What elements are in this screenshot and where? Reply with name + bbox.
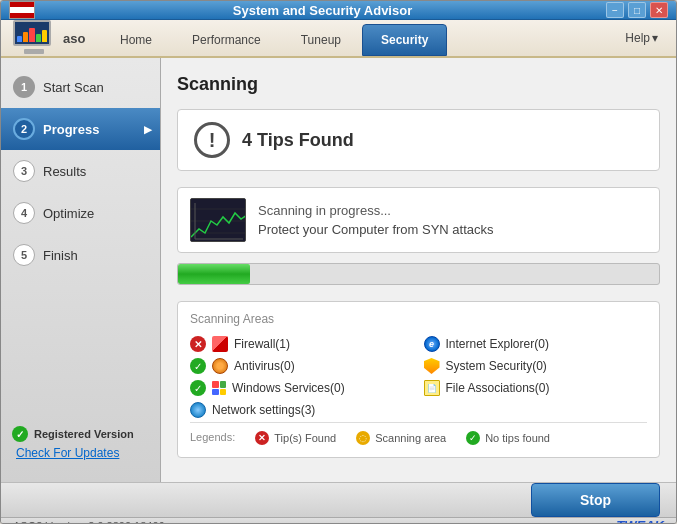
tab-home[interactable]: Home [101, 24, 171, 56]
file-category-icon: 📄 [424, 380, 440, 396]
security-category-icon [424, 358, 440, 374]
action-bar: Stop [1, 482, 676, 517]
scan-status-text: Scanning in progress... Protect your Com… [258, 203, 494, 237]
step-1-number: 1 [13, 76, 35, 98]
legend-scanning-area: ◌ Scanning area [356, 431, 446, 445]
main-layout: 1 Start Scan 2 Progress 3 Results 4 Opti… [1, 58, 676, 482]
main-content: Scanning ! 4 Tips Found [161, 58, 676, 482]
legend-scanning-area-label: Scanning area [375, 432, 446, 444]
monitor-screen [13, 20, 51, 46]
nav-tabs: Home Performance Tuneup Security [101, 20, 615, 56]
brand-sys: sys [597, 518, 617, 524]
firewall-status-icon: ✕ [190, 336, 206, 352]
brand-tweak: TWEAK [616, 518, 664, 524]
app-logo [9, 20, 59, 56]
network-category-icon [190, 402, 206, 418]
close-button[interactable]: ✕ [650, 2, 668, 18]
help-button[interactable]: Help ▾ [615, 27, 668, 49]
area-firewall-label: Firewall(1) [234, 337, 290, 351]
step-2-label: Progress [43, 122, 99, 137]
flag-icon [9, 1, 35, 19]
step-4-number: 4 [13, 202, 35, 224]
scan-status-sub: Protect your Computer from SYN attacks [258, 222, 494, 237]
header: aso Home Performance Tuneup Security Hel… [1, 20, 676, 58]
legend-no-tips-label: No tips found [485, 432, 550, 444]
main-window: System and Security Advisor − □ ✕ [0, 0, 677, 524]
status-bar: ASO3 Version: 3.9.3800.18406 sysTWEAK [1, 517, 676, 524]
legend-no-tips: ✓ No tips found [466, 431, 550, 445]
winservices-status-icon: ✓ [190, 380, 206, 396]
sidebar: 1 Start Scan 2 Progress 3 Results 4 Opti… [1, 58, 161, 482]
tab-tuneup[interactable]: Tuneup [282, 24, 360, 56]
step-2-number: 2 [13, 118, 35, 140]
area-antivirus: ✓ Antivirus(0) [190, 358, 414, 374]
logo-text: aso [63, 31, 85, 46]
ie-category-icon: e [424, 336, 440, 352]
logo-area: aso [1, 20, 101, 56]
area-network-label: Network settings(3) [212, 403, 315, 417]
check-updates-link[interactable]: Check For Updates [12, 446, 148, 460]
step-5-label: Finish [43, 248, 78, 263]
page-title: Scanning [177, 74, 660, 95]
tab-security[interactable]: Security [362, 24, 447, 56]
antivirus-status-icon: ✓ [190, 358, 206, 374]
registered-check-icon: ✓ [12, 426, 28, 442]
areas-grid: ✕ Firewall(1) e Internet Explorer(0) ✓ A… [190, 336, 647, 418]
area-security-label: System Security(0) [446, 359, 547, 373]
legend-red-icon: ✕ [255, 431, 269, 445]
legend-tips-found-label: Tip(s) Found [274, 432, 336, 444]
step-1-label: Start Scan [43, 80, 104, 95]
sidebar-footer: ✓ Registered Version Check For Updates [0, 418, 160, 468]
area-file-label: File Associations(0) [446, 381, 550, 395]
area-system-security: System Security(0) [424, 358, 648, 374]
sidebar-item-optimize[interactable]: 4 Optimize [1, 192, 160, 234]
step-3-label: Results [43, 164, 86, 179]
scanning-areas-title: Scanning Areas [190, 312, 647, 326]
sidebar-item-results[interactable]: 3 Results [1, 150, 160, 192]
legend-yellow-icon: ◌ [356, 431, 370, 445]
step-3-number: 3 [13, 160, 35, 182]
antivirus-category-icon [212, 358, 228, 374]
area-windows-label: Windows Services(0) [232, 381, 345, 395]
version-text: ASO3 Version: 3.9.3800.18406 [13, 520, 165, 525]
step-4-label: Optimize [43, 206, 94, 221]
scanning-areas-box: Scanning Areas ✕ Firewall(1) e Internet … [177, 301, 660, 458]
sidebar-item-start-scan[interactable]: 1 Start Scan [1, 66, 160, 108]
area-internet-explorer: e Internet Explorer(0) [424, 336, 648, 352]
stop-button[interactable]: Stop [531, 483, 660, 517]
area-network-settings: Network settings(3) [190, 402, 414, 418]
brand-logo: sysTWEAK [597, 518, 664, 524]
progress-bar-fill [178, 264, 250, 284]
windows-category-icon [212, 381, 226, 395]
window-title: System and Security Advisor [39, 3, 606, 18]
maximize-button[interactable]: □ [628, 2, 646, 18]
area-firewall: ✕ Firewall(1) [190, 336, 414, 352]
progress-bar-container [177, 263, 660, 285]
title-bar: System and Security Advisor − □ ✕ [1, 1, 676, 20]
sidebar-item-finish[interactable]: 5 Finish [1, 234, 160, 276]
monitor-base [24, 49, 44, 54]
area-antivirus-label: Antivirus(0) [234, 359, 295, 373]
firewall-category-icon [212, 336, 228, 352]
warning-icon: ! [194, 122, 230, 158]
scan-status-box: Scanning in progress... Protect your Com… [177, 187, 660, 253]
chevron-down-icon: ▾ [652, 31, 658, 45]
registered-label: Registered Version [34, 428, 134, 440]
legend-tips-found: ✕ Tip(s) Found [255, 431, 336, 445]
tips-found-text: 4 Tips Found [242, 130, 354, 151]
legends-prefix: Legends: [190, 431, 235, 445]
bar-chart-icon [17, 26, 47, 42]
area-windows-services: ✓ Windows Services(0) [190, 380, 414, 396]
legends-bar: Legends: ✕ Tip(s) Found ◌ Scanning area … [190, 422, 647, 447]
svg-rect-0 [191, 199, 246, 242]
area-file-associations: 📄 File Associations(0) [424, 380, 648, 396]
tab-performance[interactable]: Performance [173, 24, 280, 56]
area-ie-label: Internet Explorer(0) [446, 337, 549, 351]
scan-graph-icon [190, 198, 246, 242]
step-5-number: 5 [13, 244, 35, 266]
sidebar-item-progress[interactable]: 2 Progress [1, 108, 160, 150]
tips-found-box: ! 4 Tips Found [177, 109, 660, 171]
minimize-button[interactable]: − [606, 2, 624, 18]
registered-badge: ✓ Registered Version [12, 426, 148, 442]
window-controls: − □ ✕ [606, 2, 668, 18]
